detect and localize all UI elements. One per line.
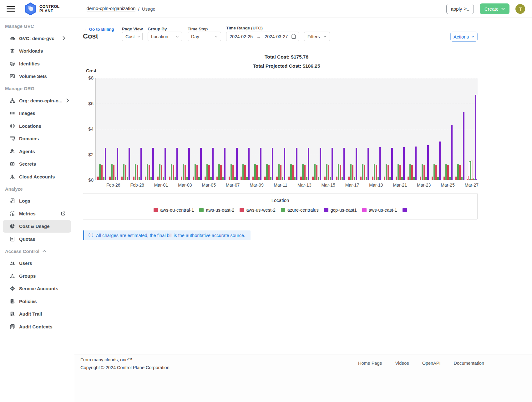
bar-aws-us-east-2 — [183, 164, 184, 180]
bar-aws-eu-central-1 — [216, 177, 218, 180]
sidebar-item-service-accounts[interactable]: APIService Accounts — [3, 282, 71, 295]
create-button[interactable]: Create — [480, 3, 509, 14]
breadcrumb-org-link[interactable]: demo-cpln-organization — [87, 6, 136, 12]
sidebar-item-groups[interactable]: Groups — [3, 270, 71, 282]
bar-aws-us-west-2 — [208, 165, 210, 180]
x-axis-labels: Feb-26Feb-28Mar-01Mar-03Mar-05Mar-07Mar-… — [95, 183, 478, 189]
footer-link-videos[interactable]: Videos — [395, 361, 409, 366]
x-tick-label: Mar-05 — [202, 183, 216, 188]
sidebar-item-domains[interactable]: Domains — [3, 132, 71, 145]
gvc-icon — [9, 35, 15, 41]
bar-gcp-us-east1 — [212, 148, 214, 180]
hamburger-menu-icon[interactable] — [7, 6, 15, 12]
x-tick-label: Mar-25 — [441, 183, 454, 188]
sidebar-item-policies[interactable]: Policies — [3, 295, 71, 308]
bar-aws-us-east-2 — [445, 164, 447, 180]
sidebar-item-locations[interactable]: Locations — [3, 120, 71, 132]
legend-item-unlabeled[interactable] — [403, 208, 407, 212]
bar-aws-eu-central-1 — [372, 177, 373, 180]
sidebar-item-secrets[interactable]: Secrets — [3, 158, 71, 171]
bar-gcp-us-east1 — [463, 112, 464, 180]
sidebar-item-audit-trail[interactable]: Audit Trail — [3, 308, 71, 321]
bar-gcp-us-east1 — [296, 148, 297, 180]
legend-item-aws-us-west-2[interactable]: aws-us-west-2 — [240, 208, 275, 213]
bar-group-Mar-27 — [466, 78, 478, 180]
sidebar-item-label: Logs — [19, 198, 30, 204]
bar-aws-us-east-2 — [326, 164, 327, 180]
chevron-right-icon — [63, 36, 65, 40]
bar-group-Feb-28 — [132, 78, 144, 180]
legend-item-azure-centralus[interactable]: azure-centralus — [281, 208, 319, 213]
bar-aws-us-east-2 — [218, 164, 220, 180]
bar-aws-eu-central-1 — [408, 177, 409, 180]
sidebar-item-cost-usage[interactable]: Cost & Usage — [3, 220, 71, 233]
bar-gcp-us-east1 — [176, 148, 178, 180]
apply-button[interactable]: apply >_ — [446, 4, 474, 14]
svg-text:API: API — [11, 288, 13, 290]
sidebar-item-label: Policies — [19, 299, 37, 304]
brand-text: CONTROL PLANE — [39, 4, 60, 13]
bar-aws-us-east-2 — [242, 164, 244, 180]
footer-link-openapi[interactable]: OpenAPI — [422, 361, 441, 366]
sidebar-item-audit-contexts[interactable]: Audit Contexts — [3, 320, 71, 333]
sidebar-item-quotas[interactable]: Quotas — [3, 233, 71, 245]
group-by-label: Group By — [148, 27, 167, 31]
filters-dropdown[interactable]: Filters — [304, 32, 330, 41]
bar-azure-centralus — [127, 177, 128, 180]
legend-item-gcp-us-east1[interactable]: gcp-us-east1 — [324, 208, 357, 213]
group-by-select[interactable]: Location — [148, 32, 182, 41]
bar-aws-us-east-2 — [314, 164, 316, 180]
bar-azure-centralus — [282, 177, 283, 180]
bar-aws-us-east-2 — [147, 164, 148, 180]
footer-link-home-page[interactable]: Home Page — [358, 361, 382, 366]
bar-aws-us-east-2 — [350, 164, 352, 180]
images-icon — [9, 111, 15, 116]
bar-azure-centralus — [437, 177, 439, 180]
logs-icon — [9, 198, 15, 204]
sidebar-item-org-demo-cpln-o[interactable]: Org: demo-cpln-o... — [3, 94, 71, 107]
volume-sets-icon — [9, 74, 15, 79]
page-view-select[interactable]: Cost — [122, 32, 143, 41]
page-title: Cost — [83, 32, 98, 40]
time-step-select[interactable]: Day — [188, 32, 221, 41]
sidebar-item-logs[interactable]: Logs — [3, 195, 71, 208]
sidebar-item-metrics[interactable]: Metrics — [3, 207, 71, 220]
legend-item-aws-eu-central-1[interactable]: aws-eu-central-1 — [154, 208, 194, 213]
bar-aws-us-east-2 — [266, 164, 268, 180]
time-range-picker[interactable]: 2024-02-25 → 2024-03-27 — [226, 32, 299, 41]
bar-group-Mar-01 — [155, 78, 167, 180]
sidebar-item-cloud-accounts[interactable]: Cloud Accounts — [3, 170, 71, 183]
sidebar-item-volume-sets[interactable]: Volume Sets — [3, 70, 71, 83]
chevron-down-icon — [323, 36, 327, 38]
bar-aws-us-east-2 — [195, 164, 196, 180]
sidebar-item-images[interactable]: Images — [3, 107, 71, 120]
bar-aws-us-west-2 — [173, 165, 174, 180]
bar-aws-us-east-2 — [469, 161, 471, 180]
cloud-accounts-icon — [9, 174, 15, 179]
legend-label: aws-eu-central-1 — [160, 208, 194, 213]
x-tick-label: Feb-28 — [130, 183, 144, 188]
sidebar-item-gvc-demo-gvc[interactable]: GVC: demo-gvc — [3, 32, 71, 45]
sidebar-item-workloads[interactable]: Workloads — [3, 45, 71, 58]
bar-aws-eu-central-1 — [336, 177, 337, 180]
sidebar-section-label[interactable]: Access Control — [0, 245, 74, 257]
bar-aws-eu-central-1 — [312, 177, 314, 180]
y-tick-label: $0 — [83, 177, 94, 183]
legend-item-aws-us-east-2[interactable]: aws-us-east-2 — [199, 208, 234, 213]
actions-button[interactable]: Actions — [450, 32, 478, 42]
logo-hexagon-icon — [24, 2, 37, 16]
sidebar-item-identities[interactable]: Identities — [3, 57, 71, 70]
sidebar-item-users[interactable]: Users — [3, 257, 71, 270]
user-avatar[interactable]: T — [515, 4, 525, 14]
go-to-billing-link[interactable]: → Go to Billing — [83, 27, 114, 32]
bar-aws-eu-central-1 — [229, 177, 230, 180]
bar-azure-centralus — [473, 178, 475, 180]
sidebar-item-agents[interactable]: Agents — [3, 145, 71, 158]
footer-link-documentation[interactable]: Documentation — [453, 361, 484, 366]
legend-item-aws-us-east-1[interactable]: aws-us-east-1 — [362, 208, 397, 213]
bar-azure-centralus — [366, 177, 367, 180]
control-plane-logo[interactable]: CONTROL PLANE — [24, 2, 60, 16]
bar-gcp-us-east1 — [439, 142, 441, 180]
chevron-up-icon[interactable] — [43, 250, 46, 252]
footer-tagline: From many clouds, one™ — [80, 357, 132, 362]
